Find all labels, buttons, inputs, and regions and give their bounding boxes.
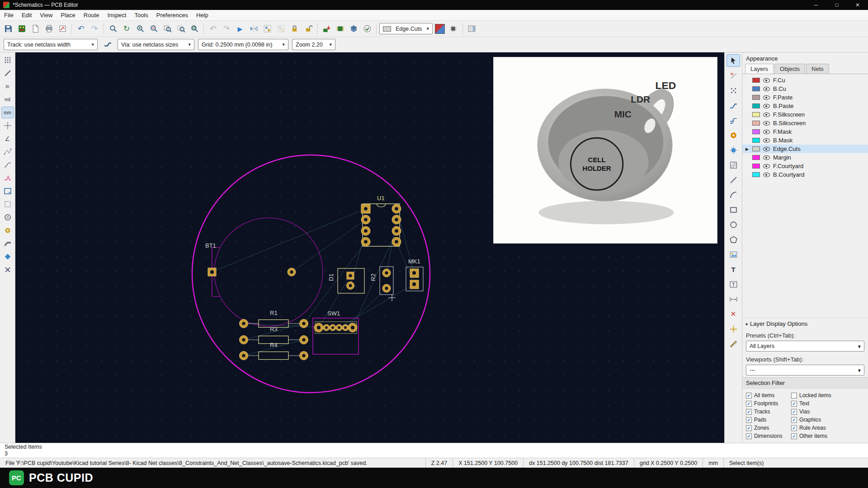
measure-tool-button[interactable]	[726, 338, 740, 350]
draw-arc-button[interactable]	[726, 188, 740, 201]
add-text-button[interactable]: T	[726, 263, 740, 276]
layer-visibility-icon[interactable]	[763, 121, 770, 126]
checkbox-icon[interactable]	[746, 425, 752, 431]
layer-color-swatch[interactable]	[752, 103, 760, 108]
layer-color-swatch[interactable]	[752, 86, 760, 91]
filter-other-items[interactable]: Other items	[791, 433, 864, 439]
draw-polygon-button[interactable]	[726, 233, 740, 246]
close-button[interactable]: ✕	[847, 0, 868, 10]
checkbox-icon[interactable]	[791, 401, 797, 407]
add-dimension-button[interactable]	[726, 293, 740, 305]
menu-route[interactable]: Route	[80, 10, 104, 20]
plot-button[interactable]	[56, 23, 69, 35]
units-mils-button[interactable]: mil	[1, 94, 14, 105]
page-settings-button[interactable]	[29, 23, 42, 35]
layer-color-swatch[interactable]	[752, 164, 760, 169]
menu-inspect[interactable]: Inspect	[104, 10, 131, 20]
active-layer-selector[interactable]: Edge.Cuts ▾	[379, 23, 433, 34]
drawing-sheet-button[interactable]	[1, 185, 14, 197]
menu-file[interactable]: File	[0, 10, 18, 20]
polar-coords-button[interactable]	[1, 67, 14, 79]
filter-vias[interactable]: Vias	[791, 408, 864, 415]
layer-color-swatch[interactable]	[752, 112, 760, 117]
redo-button[interactable]: ↷	[88, 23, 101, 35]
layer-row-bpaste[interactable]: B.Paste	[742, 102, 868, 110]
layer-color-swatch[interactable]	[752, 146, 760, 151]
layer-row-fcourtyard[interactable]: F.Courtyard	[742, 162, 868, 170]
footprint-editor-button[interactable]	[334, 23, 346, 35]
viewports-selector[interactable]: --- ▾	[746, 365, 864, 375]
footprint-mk1[interactable]: MK1	[406, 258, 423, 291]
add-footprint-button[interactable]	[726, 144, 740, 156]
footprint-u1[interactable]: U1	[361, 195, 401, 246]
update-pcb-from-schematic-button[interactable]	[320, 23, 333, 35]
add-textbox-button[interactable]: T	[726, 278, 740, 291]
auto-track-width-button[interactable]	[101, 38, 114, 51]
lock-button[interactable]	[288, 23, 301, 35]
layer-visibility-icon[interactable]	[763, 138, 770, 143]
show-ratsnest-button[interactable]	[1, 146, 14, 158]
checkbox-icon[interactable]	[746, 393, 752, 399]
pcb-canvas[interactable]: BT1 U1	[15, 52, 724, 443]
zoom-in-button[interactable]	[134, 23, 146, 35]
checkbox-icon[interactable]	[746, 401, 752, 407]
interactive-drag-button[interactable]	[726, 84, 740, 97]
menu-help[interactable]: Help	[192, 10, 212, 20]
flip-board-view-button[interactable]	[247, 23, 260, 35]
filter-footprints[interactable]: Footprints	[746, 400, 791, 407]
layer-color-swatch[interactable]	[752, 78, 760, 83]
pad-battery-center[interactable]	[288, 268, 296, 276]
footprint-sw1[interactable]: SW1	[313, 310, 359, 354]
print-button[interactable]	[42, 23, 55, 35]
set-origin-button[interactable]	[726, 323, 740, 335]
layer-visibility-icon[interactable]	[763, 155, 770, 160]
units-inches-button[interactable]: in	[1, 80, 14, 92]
footprint-properties-button[interactable]	[447, 23, 460, 35]
toggle-appearance-panel-button[interactable]	[466, 23, 478, 35]
layer-color-swatch[interactable]	[752, 121, 760, 126]
layer-visibility-icon[interactable]	[763, 95, 770, 100]
zone-display-button[interactable]	[1, 251, 14, 263]
layer-visibility-icon[interactable]	[763, 78, 770, 83]
layer-color-swatch[interactable]	[752, 155, 760, 160]
filter-dimensions[interactable]: Dimensions	[746, 433, 791, 439]
draw-circle-button[interactable]	[726, 218, 740, 231]
save-button[interactable]	[2, 23, 14, 35]
sketch-vias-button[interactable]	[1, 225, 14, 236]
layer-row-bcu[interactable]: B.Cu	[742, 84, 868, 93]
layer-row-margin[interactable]: Margin	[742, 153, 868, 162]
layer-visibility-icon[interactable]	[763, 173, 770, 177]
presets-selector[interactable]: All Layers ▾	[746, 341, 864, 352]
sketch-pads-button[interactable]	[1, 211, 14, 223]
layer-color-swatch[interactable]	[752, 138, 760, 143]
filter-all-items[interactable]: All items	[746, 392, 791, 399]
rotate-ccw-button[interactable]: ↶	[207, 23, 219, 35]
layer-row-fsilkscreen[interactable]: F.Silkscreen	[742, 110, 868, 119]
add-image-button[interactable]	[726, 248, 740, 261]
highlight-nets-button[interactable]	[1, 172, 14, 184]
checkbox-icon[interactable]	[791, 425, 797, 431]
zoom-fit-objects-button[interactable]	[175, 23, 187, 35]
tab-objects[interactable]: Objects	[774, 64, 805, 74]
track-width-selector[interactable]: Track: use netclass width ▾	[4, 39, 98, 50]
run-router-button[interactable]: ▶	[234, 23, 246, 35]
undo-button[interactable]: ↶	[75, 23, 87, 35]
filter-locked-items[interactable]: Locked items	[791, 392, 864, 399]
refresh-button[interactable]: ↻	[120, 23, 133, 35]
zoom-out-button[interactable]	[147, 23, 160, 35]
delete-tool-button[interactable]: ✕	[726, 308, 740, 320]
layer-row-bcourtyard[interactable]: B.Courtyard	[742, 170, 868, 179]
filter-graphics[interactable]: Graphics	[791, 417, 864, 423]
toggle-grid-button[interactable]	[1, 54, 14, 66]
footprint-bt1[interactable]: BT1	[205, 242, 216, 276]
local-ratsnest-button[interactable]	[726, 69, 740, 82]
filter-zones[interactable]: Zones	[746, 425, 791, 431]
layer-visibility-icon[interactable]	[763, 104, 770, 108]
layer-row-fmask[interactable]: F.Mask	[742, 127, 868, 136]
menu-tools[interactable]: Tools	[130, 10, 152, 20]
filter-rule-areas[interactable]: Rule Areas	[791, 425, 864, 431]
crosshair-cursor-button[interactable]	[1, 120, 14, 131]
footprint-d1[interactable]: D1	[328, 268, 364, 293]
layer-row-edgecuts[interactable]: ▶Edge.Cuts	[742, 145, 868, 153]
layer-visibility-icon[interactable]	[763, 113, 770, 117]
